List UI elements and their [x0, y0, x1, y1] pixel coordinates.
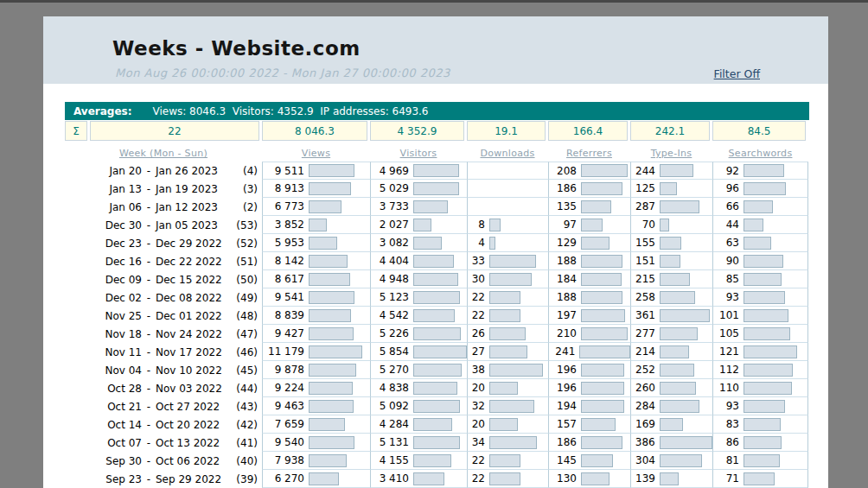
- searchwords-cell: 71: [712, 470, 808, 488]
- referrers-cell: 186: [548, 434, 630, 452]
- typeins-bar: [660, 273, 690, 286]
- week-label-part: Nov 24 2022: [156, 328, 230, 340]
- week-label: Nov 11-Nov 17 2022(46): [65, 343, 262, 361]
- referrers-bar: [581, 200, 611, 213]
- week-label-part: Sep 30: [102, 455, 142, 467]
- visitors-value: 3 082: [371, 237, 409, 249]
- visitors-value: 2 027: [371, 219, 409, 231]
- searchwords-value: 83: [713, 418, 739, 430]
- downloads-bar: [489, 219, 501, 231]
- week-label-part: Dec 16: [102, 256, 142, 268]
- visitors-bar: [413, 182, 459, 195]
- visitors-cell: 4 948: [370, 270, 467, 288]
- week-label-part: Dec 02: [102, 292, 142, 304]
- table-row: Dec 02-Dec 08 2022(49)9 5415 12322188258…: [65, 288, 809, 307]
- week-label-part: (40): [230, 455, 258, 467]
- visitors-cell: 5 092: [370, 397, 467, 415]
- views-value: 8 839: [263, 309, 304, 321]
- typeins-value: 284: [631, 400, 655, 412]
- downloads-cell: [467, 198, 548, 216]
- downloads-bar: [489, 472, 520, 485]
- views-bar: [309, 309, 351, 322]
- week-label: Dec 09-Dec 15 2022(50): [65, 270, 262, 288]
- column-link-week[interactable]: Week (Mon - Sun): [65, 148, 262, 159]
- views-value: 7 659: [263, 418, 304, 430]
- views-cell: 8 839: [262, 307, 370, 325]
- sum-week: 22: [90, 121, 259, 141]
- table-row: Dec 30-Jan 05 2023(53)3 8522 0278977044: [65, 216, 809, 234]
- column-link-downloads[interactable]: Downloads: [467, 148, 548, 159]
- downloads-bar: [489, 291, 520, 304]
- filter-off-link[interactable]: Filter Off: [714, 67, 760, 80]
- column-link-visitors[interactable]: Visitors: [370, 148, 467, 159]
- week-label-part: (4): [230, 165, 258, 177]
- views-bar: [309, 382, 353, 395]
- visitors-cell: 3 082: [370, 234, 467, 252]
- downloads-bar: [489, 418, 518, 431]
- week-label-part: (51): [230, 256, 258, 268]
- week-label-part: -: [142, 292, 156, 304]
- week-label-part: (41): [230, 437, 258, 449]
- visitors-cell: 4 404: [370, 252, 467, 270]
- downloads-cell: 34: [467, 434, 548, 452]
- typeins-value: 244: [631, 165, 655, 177]
- searchwords-bar: [744, 364, 793, 377]
- searchwords-cell: 96: [712, 180, 808, 198]
- week-label-part: -: [142, 401, 156, 413]
- week-label-part: -: [142, 238, 156, 250]
- week-label-part: Dec 22 2022: [156, 256, 230, 268]
- typeins-value: 361: [631, 309, 655, 321]
- views-value: 9 463: [263, 400, 304, 412]
- typeins-bar: [660, 291, 695, 304]
- visitors-bar: [413, 309, 455, 322]
- views-bar: [309, 345, 362, 358]
- searchwords-bar: [744, 291, 785, 304]
- table-row: Nov 25-Dec 01 2022(48)8 8394 54222197361…: [65, 307, 809, 325]
- typeins-cell: 125: [630, 180, 712, 198]
- table-row: Sep 30-Oct 06 2022(40)7 9384 15522145304…: [65, 452, 809, 470]
- views-cell: 9 540: [262, 434, 370, 452]
- searchwords-value: 81: [713, 454, 739, 466]
- visitors-bar: [413, 436, 460, 449]
- visitors-bar: [413, 273, 458, 286]
- downloads-value: 30: [468, 273, 485, 285]
- column-link-typeins[interactable]: Type-Ins: [630, 148, 712, 159]
- views-bar: [309, 237, 337, 250]
- table-row: Dec 09-Dec 15 2022(50)8 6174 94830184215…: [65, 270, 809, 288]
- downloads-cell: [467, 180, 548, 198]
- referrers-cell: 208: [548, 162, 630, 180]
- downloads-value: 20: [468, 382, 485, 394]
- searchwords-value: 63: [713, 237, 739, 249]
- visitors-cell: 3 733: [370, 198, 467, 216]
- visitors-value: 3 733: [371, 200, 409, 212]
- week-label-part: Oct 20 2022: [156, 419, 230, 431]
- visitors-bar: [413, 364, 462, 377]
- searchwords-value: 121: [713, 345, 739, 358]
- downloads-bar: [489, 400, 534, 413]
- downloads-cell: 22: [467, 452, 548, 470]
- typeins-bar: [660, 182, 677, 195]
- views-cell: 8 913: [262, 180, 370, 198]
- visitors-value: 5 092: [371, 400, 409, 412]
- week-label-part: (39): [230, 473, 258, 485]
- referrers-cell: 184: [548, 270, 630, 288]
- searchwords-cell: 93: [712, 288, 808, 307]
- week-label-part: Oct 06 2022: [156, 455, 230, 467]
- searchwords-value: 71: [713, 472, 739, 485]
- column-link-views[interactable]: Views: [262, 148, 370, 159]
- views-value: 6 270: [263, 472, 304, 485]
- week-label: Oct 28-Nov 03 2022(44): [65, 379, 262, 397]
- searchwords-cell: 101: [712, 307, 808, 325]
- referrers-bar: [581, 309, 625, 322]
- views-cell: 9 878: [262, 361, 370, 379]
- column-link-searchwords[interactable]: Searchwords: [712, 148, 808, 159]
- typeins-cell: 214: [630, 343, 712, 361]
- views-bar: [309, 182, 351, 195]
- downloads-bar: [489, 382, 518, 395]
- views-value: 3 852: [263, 219, 304, 231]
- column-link-referrers[interactable]: Referrers: [548, 148, 630, 159]
- referrers-value: 196: [549, 364, 577, 376]
- typeins-bar: [660, 472, 679, 485]
- week-label-part: (46): [230, 346, 258, 358]
- views-cell: 9 427: [262, 325, 370, 343]
